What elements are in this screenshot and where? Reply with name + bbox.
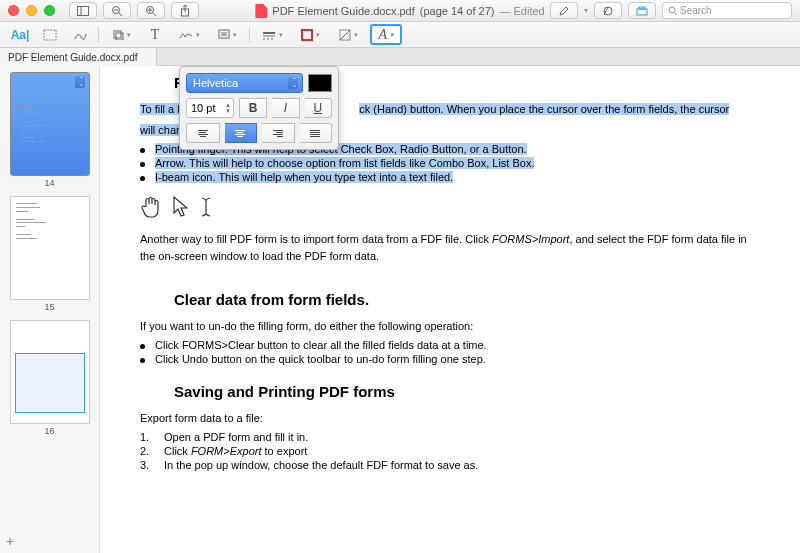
thumbnail-label: 15	[10, 302, 89, 312]
bullet-item: Click FORMS>Clear button to clear all th…	[140, 339, 760, 351]
numbered-item: 2.Click FORM>Export to export	[140, 445, 760, 457]
page-thumbnail-16[interactable]	[10, 320, 90, 424]
document-tabs: PDF Element Guide.docx.pdf	[0, 48, 800, 66]
bullet-item: Arrow. This will help to choose option f…	[140, 157, 760, 169]
body-text: If you want to un-do the filling form, d…	[140, 318, 760, 335]
minimize-window-button[interactable]	[26, 5, 37, 16]
svg-rect-0	[78, 6, 89, 15]
window-titlebar: PDF Element Guide.docx.pdf (page 14 of 2…	[0, 0, 800, 22]
bold-button[interactable]: B	[239, 98, 267, 118]
border-color-tool[interactable]	[294, 26, 326, 44]
window-title-filename: PDF Element Guide.docx.pdf	[272, 5, 414, 17]
align-left-button[interactable]	[186, 123, 220, 143]
window-title-pager: (page 14 of 27)	[420, 5, 495, 17]
align-center-button[interactable]	[225, 123, 258, 143]
ink-button[interactable]	[628, 2, 656, 19]
zoom-out-button[interactable]	[103, 2, 131, 19]
page-thumbnail-15[interactable]: ▬▬▬▬▬▬▬▬▬▬▬▬▬▬▬▬▬▬▬▬▬▬▬▬▬▬▬▬▬▬▬▬▬▬▬▬▬▬▬▬…	[10, 196, 90, 300]
hand-cursor-icon	[140, 195, 160, 219]
rect-select-tool[interactable]	[38, 26, 62, 44]
document-view[interactable]: Fill Helvetica 10 pt ▲▼ B I U	[100, 66, 800, 553]
font-family-select[interactable]: Helvetica	[186, 73, 303, 93]
text-color-swatch[interactable]	[308, 74, 332, 92]
ibeam-cursor-icon	[200, 195, 212, 219]
shapes-tool[interactable]	[105, 26, 137, 44]
svg-point-14	[669, 7, 675, 13]
sketch-tool[interactable]	[68, 26, 92, 44]
svg-rect-19	[219, 30, 229, 38]
svg-point-11	[604, 7, 612, 15]
bullet-item: I-beam icon. This will help when you typ…	[140, 171, 760, 183]
font-size-value: 10 pt	[191, 102, 215, 114]
cursor-illustration	[140, 195, 760, 219]
search-placeholder: Search	[680, 5, 712, 16]
search-input[interactable]: Search	[662, 2, 792, 19]
svg-rect-18	[116, 33, 123, 40]
arrow-cursor-icon	[172, 195, 188, 219]
heading-save: Saving and Printing PDF forms	[174, 383, 760, 400]
svg-rect-13	[639, 7, 645, 9]
page-thumbnail-14[interactable]: ▬▬▬▬▬▬▬▬▬▬▬▬▬▬▬▬▬▬▬▬▬▬▬▬▬▬▬▬▬▬▬▬▬▬▬▬▬▬▬▬…	[10, 72, 90, 176]
font-style-popover: Helvetica 10 pt ▲▼ B I U	[179, 66, 339, 150]
zoom-in-button[interactable]	[137, 2, 165, 19]
svg-rect-25	[302, 30, 312, 40]
svg-line-15	[675, 13, 678, 16]
svg-line-3	[119, 13, 122, 16]
document-tab[interactable]: PDF Element Guide.docx.pdf	[0, 48, 157, 66]
add-page-button[interactable]: +	[6, 533, 14, 549]
thumbnail-sidebar: ▬▬▬▬▬▬▬▬▬▬▬▬▬▬▬▬▬▬▬▬▬▬▬▬▬▬▬▬▬▬▬▬▬▬▬▬▬▬▬▬…	[0, 66, 100, 553]
font-family-value: Helvetica	[193, 77, 238, 89]
sign-tool[interactable]	[173, 26, 205, 44]
thumbnail-label: 16	[10, 426, 89, 436]
search-icon	[668, 6, 677, 15]
underline-button[interactable]: U	[305, 98, 332, 118]
fill-color-tool[interactable]	[332, 26, 364, 44]
svg-line-6	[153, 13, 156, 16]
separator	[249, 27, 250, 43]
font-size-stepper[interactable]: 10 pt ▲▼	[186, 98, 234, 118]
dropdown-indicator-icon: ▾	[584, 6, 588, 15]
italic-button[interactable]: I	[272, 98, 299, 118]
numbered-item: 3.In the pop up window, choose the defau…	[140, 459, 760, 471]
bullet-item: Click Undo button on the quick toolbar t…	[140, 353, 760, 365]
separator	[98, 27, 99, 43]
window-controls	[8, 5, 55, 16]
numbered-item: 1.Open a PDF form and fill it in.	[140, 431, 760, 443]
svg-rect-17	[114, 31, 121, 38]
line-style-tool[interactable]	[256, 26, 288, 44]
document-icon	[255, 4, 267, 18]
close-window-button[interactable]	[8, 5, 19, 16]
zoom-window-button[interactable]	[44, 5, 55, 16]
svg-rect-16	[44, 30, 56, 40]
window-title-status: — Edited	[499, 5, 544, 17]
align-right-button[interactable]	[262, 123, 295, 143]
markup-button[interactable]	[594, 2, 622, 19]
annotation-toolbar: Aa| T A	[0, 22, 800, 48]
tab-label: PDF Element Guide.docx.pdf	[8, 52, 138, 63]
heading-clear: Clear data from form fields.	[174, 291, 760, 308]
text-selection-tool[interactable]: Aa|	[8, 26, 32, 44]
text-style-tool[interactable]: A	[370, 24, 402, 45]
sidebar-toggle-button[interactable]	[69, 2, 97, 19]
thumbnail-label: 14	[10, 178, 89, 188]
align-justify-button[interactable]	[300, 123, 333, 143]
note-tool[interactable]	[211, 26, 243, 44]
body-text: Another way to fill PDF form is to impor…	[140, 231, 760, 265]
share-button[interactable]	[171, 2, 199, 19]
body-text: Export form data to a file:	[140, 410, 760, 427]
text-tool[interactable]: T	[143, 26, 167, 44]
edit-button[interactable]	[550, 2, 578, 19]
svg-rect-12	[637, 9, 647, 15]
